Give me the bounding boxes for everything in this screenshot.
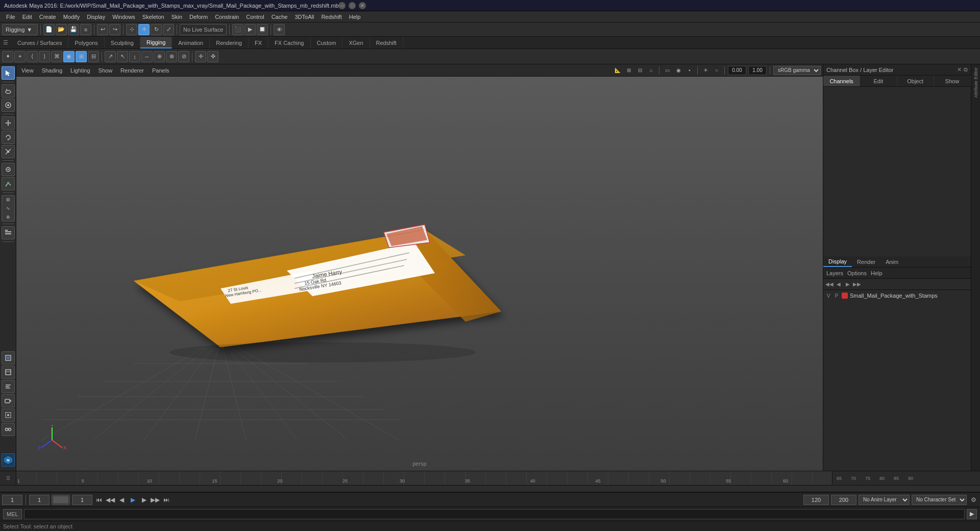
open-scene-button[interactable]: 📂 [56, 24, 67, 35]
save-as-button[interactable]: ≡ [80, 24, 91, 35]
anim-layer-dropdown[interactable]: No Anim Layer [859, 495, 910, 505]
gamma-select[interactable]: sRGB gamma [773, 66, 821, 75]
tab-edit[interactable]: Edit [860, 76, 897, 86]
layer-ctrl-3[interactable]: ▶ [844, 280, 852, 288]
menu-redshift[interactable]: Redshift [318, 13, 345, 21]
vp-textured[interactable]: ▪ [685, 66, 694, 75]
menu-file[interactable]: File [3, 13, 18, 21]
move-tool-left[interactable] [2, 116, 15, 130]
attribute-tool[interactable] [2, 380, 15, 393]
menu-constrain[interactable]: Constrain [212, 13, 242, 21]
layer-ctrl-4[interactable]: ▶▶ [853, 280, 861, 288]
menu-skeleton[interactable]: Skeleton [139, 13, 167, 21]
current-frame-input[interactable] [2, 495, 22, 505]
scale-tool[interactable]: ⤢ [163, 24, 174, 35]
menu-display[interactable]: Display [84, 13, 108, 21]
go-to-start-btn[interactable]: ⏮ [94, 495, 104, 504]
step-fwd-btn[interactable]: ▶▶ [151, 495, 160, 504]
range-max-input[interactable] [831, 495, 856, 505]
scene-3d[interactable]: Jaime Harry 15 Oak Rd Nocksville NY 1460… [16, 77, 823, 471]
rotate-tool[interactable]: ↻ [151, 24, 162, 35]
anim-settings-btn[interactable]: ⚙ [969, 495, 978, 504]
maximize-button[interactable]: □ [349, 2, 356, 9]
vp-shadows[interactable]: ☀ [701, 66, 710, 75]
rig-tool-6[interactable]: ⊗ [166, 51, 177, 62]
tab-rendering[interactable]: Rendering [210, 37, 249, 49]
timeline-ruler[interactable]: 1 5 10 15 20 25 30 35 40 45 50 55 60 [16, 471, 832, 485]
vp-gamma-input[interactable] [748, 66, 767, 75]
rotate-tool-left[interactable] [2, 131, 15, 144]
camera-tool[interactable] [2, 394, 15, 407]
menu-help[interactable]: Help [346, 13, 364, 21]
deformer-tool[interactable] [2, 408, 15, 422]
vp-icon-3[interactable]: ⊟ [635, 66, 645, 75]
transform-tool1[interactable]: ⟩ [39, 51, 50, 62]
attr-editor-icon[interactable]: Attribute Editor [972, 65, 979, 100]
layer-row[interactable]: V P Small_Mail_Package_with_Stamps [823, 290, 971, 301]
command-line-input[interactable] [24, 509, 965, 519]
lattice-tool[interactable]: ⊞ [76, 51, 87, 62]
tab-custom[interactable]: Custom [311, 37, 343, 49]
tab-rigging[interactable]: Rigging [140, 37, 172, 49]
rig-tool-5[interactable]: ⊕ [154, 51, 165, 62]
move-tool[interactable]: ✛ [138, 24, 150, 35]
rig-tool-3[interactable]: ↕ [129, 51, 140, 62]
frame-counter-tool[interactable] [2, 366, 15, 379]
rig-tool-1[interactable]: ↗ [105, 51, 116, 62]
lasso-select[interactable]: ⌖ [14, 51, 26, 62]
tab-xgen[interactable]: XGen [342, 37, 370, 49]
layer-ctrl-1[interactable]: ◀◀ [825, 280, 834, 288]
menu-create[interactable]: Create [36, 13, 59, 21]
save-scene-button[interactable]: 💾 [68, 24, 79, 35]
loh-options[interactable]: Options [847, 270, 867, 276]
constraint-tool[interactable] [2, 423, 15, 436]
next-frame-btn[interactable]: ▶ [139, 495, 149, 504]
tab-fx[interactable]: FX [249, 37, 268, 49]
vp-exposure-input[interactable] [728, 66, 746, 75]
tab-display[interactable]: Display [823, 256, 852, 267]
undo-button[interactable]: ↩ [97, 24, 108, 35]
paint-tool-left[interactable] [2, 99, 15, 112]
vp-menu-lighting[interactable]: Lighting [67, 66, 93, 75]
close-button[interactable]: ✕ [359, 2, 366, 9]
menu-deform[interactable]: Deform [186, 13, 211, 21]
tab-polygons[interactable]: Polygons [68, 37, 104, 49]
render-current-frame-button[interactable]: ▶ [244, 24, 256, 35]
vp-menu-view[interactable]: View [18, 66, 37, 75]
vp-menu-renderer[interactable]: Renderer [117, 66, 147, 75]
select-tool[interactable]: ⊹ [126, 24, 137, 35]
playback-end-input[interactable] [803, 495, 829, 505]
rp-close-btn[interactable]: ✕ [957, 66, 962, 73]
vp-icon-2[interactable]: ⊞ [624, 66, 633, 75]
menu-skin[interactable]: Skin [168, 13, 185, 21]
vp-icon-1[interactable]: 📐 [613, 66, 622, 75]
layer-ctrl-2[interactable]: ◀ [835, 280, 843, 288]
menu-control[interactable]: Control [243, 13, 267, 21]
maya-logo-btn[interactable]: M [2, 453, 15, 467]
tab-object[interactable]: Object [897, 76, 934, 86]
character-set-dropdown[interactable]: No Character Set [912, 495, 967, 505]
tab-sculpting[interactable]: Sculpting [105, 37, 140, 49]
tab-channels[interactable]: Channels [823, 76, 860, 86]
tab-render[interactable]: Render [852, 256, 880, 267]
range-end-input[interactable] [72, 495, 92, 505]
loh-layers[interactable]: Layers [826, 270, 843, 276]
joint-tool-left[interactable] [2, 163, 15, 176]
transform-tool2[interactable]: ⌘ [51, 51, 62, 62]
snap-tools[interactable]: ⊞ ∿ ⊕ [2, 195, 15, 222]
ik-tool-left[interactable] [2, 177, 15, 190]
tab-curves-surfaces[interactable]: Curves / Surfaces [11, 37, 68, 49]
select-tool-left[interactable] [2, 66, 15, 80]
soft-select[interactable]: ◉ [63, 51, 75, 62]
rig-tool-9[interactable]: ✜ [207, 51, 218, 62]
menu-windows[interactable]: Windows [109, 13, 138, 21]
prev-frame-btn[interactable]: ◀ [117, 495, 126, 504]
mode-dropdown[interactable]: Rigging ▼ [2, 24, 38, 35]
display-layer-tool[interactable] [2, 226, 15, 239]
play-btn[interactable]: ▶ [128, 495, 137, 504]
rig-tool-7[interactable]: ⊘ [178, 51, 189, 62]
rig-tool-8[interactable]: ✛ [195, 51, 206, 62]
vp-menu-shading[interactable]: Shading [39, 66, 65, 75]
joint-tool[interactable]: ⊟ [88, 51, 99, 62]
rig-tool-2[interactable]: ↖ [117, 51, 128, 62]
